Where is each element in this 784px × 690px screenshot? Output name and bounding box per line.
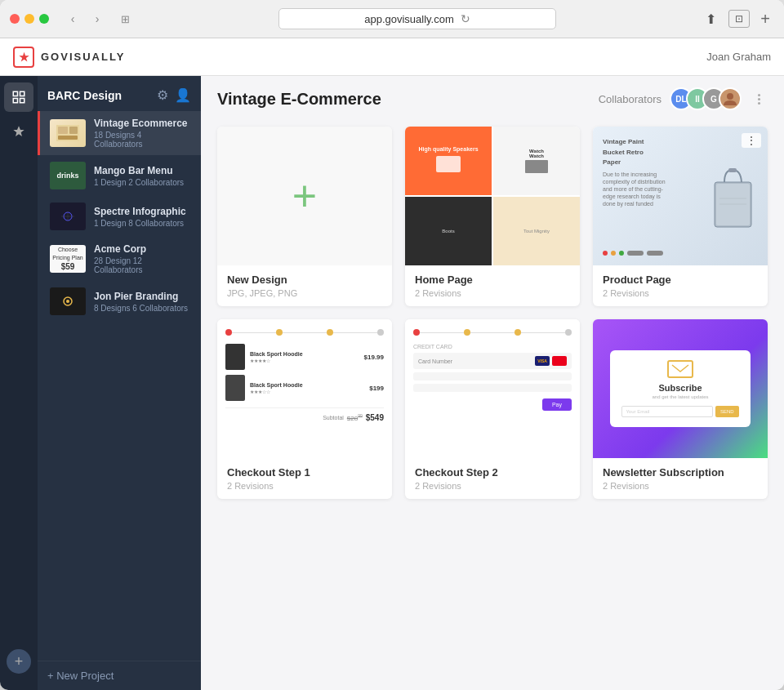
list-item[interactable]: Vintage Ecommerce 18 Designs 4 Collabora… xyxy=(38,111,201,155)
collaborators-label: Collaborators xyxy=(599,93,662,105)
design-card[interactable]: Vintage PaintBucket RetroPaper Due to th… xyxy=(593,127,768,306)
sidebar-workspace-name: BARC Design xyxy=(47,89,122,102)
logo-text: GOVISUALLY xyxy=(41,51,125,63)
hp-dark-cell: Boots xyxy=(405,197,492,265)
card-more-button[interactable]: ⋮ xyxy=(742,133,761,148)
card-info: Checkout Step 1 2 Revisions xyxy=(217,458,392,499)
new-tab-button[interactable]: + xyxy=(756,10,774,28)
list-item[interactable]: Spectre Infographic 1 Design 8 Collabora… xyxy=(38,196,201,237)
svg-rect-3 xyxy=(20,99,24,103)
envelope-icon xyxy=(670,363,690,375)
product-dots xyxy=(603,251,663,256)
svg-marker-4 xyxy=(13,126,24,136)
design-card[interactable]: CREDIT CARD Card Number VISA xyxy=(405,319,580,499)
svg-rect-8 xyxy=(58,136,78,140)
svg-rect-6 xyxy=(58,127,68,134)
minimize-button[interactable] xyxy=(24,14,34,24)
design-card[interactable]: Subscribe and get the latest updates You… xyxy=(593,319,768,499)
sidebar-header: BARC Design ⚙ 👤 xyxy=(38,76,201,111)
card-info: Home Page 2 Revisions xyxy=(405,265,580,306)
project-info: Jon Pier Branding 8 Designs 6 Collaborat… xyxy=(94,291,191,313)
new-project-label: + New Project xyxy=(47,670,114,682)
sidebar-toggle-button[interactable]: ⊞ xyxy=(114,10,136,28)
browser-chrome: ‹ › ⊞ app.govisually.com ↻ ⬆ ⊡ + xyxy=(0,0,784,38)
address-bar[interactable]: app.govisually.com ↻ xyxy=(278,8,556,29)
product-text-overlay: Vintage PaintBucket RetroPaper Due to th… xyxy=(603,136,668,207)
content-header: Vintage E-Commerce Collaborators DL II G xyxy=(201,76,784,118)
traffic-lights xyxy=(10,14,49,24)
project-name: Mango Bar Menu xyxy=(94,165,191,176)
svg-rect-0 xyxy=(13,91,17,96)
main-layout: + BARC Design ⚙ 👤 xyxy=(0,76,784,690)
icon-rail-star[interactable] xyxy=(4,117,33,146)
project-info: Mango Bar Menu 1 Design 2 Collaborators xyxy=(94,165,191,187)
svg-rect-7 xyxy=(69,127,78,134)
project-meta: 8 Designs 6 Collaborators xyxy=(94,304,191,313)
card-preview: Black Sport Hoodie ★★★★☆ $19.99 Black Sp… xyxy=(217,319,392,458)
icon-rail-home[interactable] xyxy=(4,82,33,112)
settings-icon[interactable]: ⚙ xyxy=(157,87,168,103)
list-item[interactable]: drinks Mango Bar Menu 1 Design 2 Collabo… xyxy=(38,155,201,196)
project-thumbnail xyxy=(50,119,86,147)
card-meta: JPG, JPEG, PNG xyxy=(227,288,382,298)
sidebar-footer: + New Project xyxy=(38,661,201,690)
project-name: Vintage Ecommerce xyxy=(94,118,191,129)
card-info: Checkout Step 2 2 Revisions xyxy=(405,458,580,499)
forward-button[interactable]: › xyxy=(87,10,108,28)
design-card[interactable]: High quality Speakers WatchWatch Boot xyxy=(405,127,580,306)
new-project-button[interactable]: + New Project xyxy=(47,670,114,682)
design-card[interactable]: + New Design JPG, JPEG, PNG xyxy=(217,127,392,306)
project-meta: 18 Designs 4 Collaborators xyxy=(94,131,191,149)
add-project-circle[interactable]: + xyxy=(7,649,31,674)
project-list: Vintage Ecommerce 18 Designs 4 Collabora… xyxy=(38,111,201,661)
list-item[interactable]: Jon Pier Branding 8 Designs 6 Collaborat… xyxy=(38,281,201,322)
card-title: Checkout Step 2 xyxy=(415,466,570,479)
collaborators-section: Collaborators DL II G xyxy=(599,87,768,110)
projects-sidebar: BARC Design ⚙ 👤 xyxy=(38,76,201,690)
card-more-area: ⋮ xyxy=(742,133,761,148)
card-preview: Subscribe and get the latest updates You… xyxy=(593,319,768,458)
share-icon[interactable]: ⬆ xyxy=(699,10,722,28)
card-info: New Design JPG, JPEG, PNG xyxy=(217,265,392,306)
refresh-icon: ↻ xyxy=(461,12,470,25)
project-name: Jon Pier Branding xyxy=(94,291,191,302)
avatar xyxy=(719,87,742,110)
list-item[interactable]: Choose Pricing Plan $59 Acme Corp 28 Des… xyxy=(38,237,201,281)
project-meta: 1 Design 8 Collaborators xyxy=(94,219,191,228)
designs-grid: + New Design JPG, JPEG, PNG xyxy=(201,118,784,690)
card-info: Newsletter Subscription 2 Revisions xyxy=(593,458,768,499)
card-title: Checkout Step 1 xyxy=(227,466,382,479)
card-meta: 2 Revisions xyxy=(415,481,570,491)
tab-overview-icon[interactable]: ⊡ xyxy=(728,10,750,28)
svg-point-13 xyxy=(66,300,69,303)
card-preview: + xyxy=(217,127,392,265)
card-info: Product Page 2 Revisions xyxy=(593,265,768,306)
logo-area: ★ GOVISUALLY xyxy=(13,47,125,68)
url-text: app.govisually.com xyxy=(364,13,454,25)
browser-window: ‹ › ⊞ app.govisually.com ↻ ⬆ ⊡ + ★ xyxy=(0,0,784,690)
project-thumbnail: drinks xyxy=(50,162,86,189)
project-meta: 1 Design 2 Collaborators xyxy=(94,178,191,187)
design-card[interactable]: Black Sport Hoodie ★★★★☆ $19.99 Black Sp… xyxy=(217,319,392,499)
close-button[interactable] xyxy=(10,14,20,24)
card-preview: High quality Speakers WatchWatch Boot xyxy=(405,127,580,265)
project-info: Vintage Ecommerce 18 Designs 4 Collabora… xyxy=(94,118,191,149)
card-meta: 2 Revisions xyxy=(603,288,758,298)
content-title: Vintage E-Commerce xyxy=(217,90,599,109)
project-info: Acme Corp 28 Design 12 Collaborators xyxy=(94,243,191,274)
card-title: Home Page xyxy=(415,274,570,286)
project-thumbnail: Choose Pricing Plan $59 xyxy=(50,245,86,273)
project-meta: 28 Design 12 Collaborators xyxy=(94,256,191,274)
hp-orange-cell: High quality Speakers xyxy=(405,127,492,195)
project-name: Acme Corp xyxy=(94,243,191,255)
add-member-icon[interactable]: 👤 xyxy=(175,87,191,103)
svg-rect-17 xyxy=(728,168,737,172)
card-title: New Design xyxy=(227,274,382,286)
more-options-button[interactable] xyxy=(750,90,768,108)
card-meta: 2 Revisions xyxy=(227,481,382,491)
back-button[interactable]: ‹ xyxy=(62,10,83,28)
card-title: Newsletter Subscription xyxy=(603,466,758,479)
icon-rail: + xyxy=(0,76,38,690)
maximize-button[interactable] xyxy=(39,14,49,24)
svg-rect-16 xyxy=(716,184,750,225)
